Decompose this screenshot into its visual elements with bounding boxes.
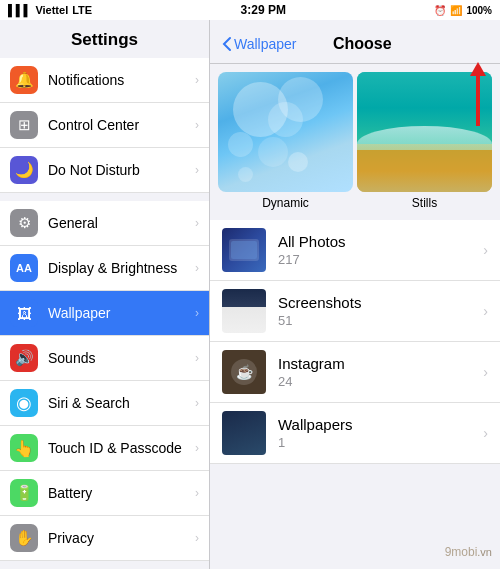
separator [0,193,209,201]
stills-label: Stills [357,196,492,212]
control-center-icon: ⊞ [10,111,38,139]
siri-icon: ◉ [10,389,38,417]
sidebar-item-siri-search[interactable]: ◉ Siri & Search › [0,381,209,426]
chevron-icon: › [195,486,199,500]
status-bar: ▌▌▌ Viettel LTE 3:29 PM ⏰ 📶 100% [0,0,500,20]
touchid-icon: 👆 [10,434,38,462]
do-not-disturb-label: Do Not Disturb [48,162,195,178]
arrow-shaft-icon [476,76,480,126]
right-panel: Wallpaper Choose Dynamic [210,20,500,569]
all-photos-count: 217 [278,252,483,267]
notifications-icon: 🔔 [10,66,38,94]
right-header: Wallpaper Choose [210,20,500,64]
watermark: 9mobi.vn [445,538,492,561]
dynamic-wallpaper-thumb[interactable] [218,72,353,192]
sidebar-item-sounds[interactable]: 🔊 Sounds › [0,336,209,381]
sidebar-item-general[interactable]: ⚙ General › [0,201,209,246]
screenshots-thumb [222,289,266,333]
general-icon: ⚙ [10,209,38,237]
sidebar-item-touchid[interactable]: 👆 Touch ID & Passcode › [0,426,209,471]
sounds-icon: 🔊 [10,344,38,372]
battery-label: 100% [466,5,492,16]
watermark-text: 9mobi [445,545,478,559]
all-photos-info: All Photos 217 [278,233,483,267]
carrier-label: Viettel [35,4,68,16]
sidebar-item-wallpaper[interactable]: 🖼 Wallpaper › [0,291,209,336]
chevron-icon: › [195,531,199,545]
left-panel: Settings 🔔 Notifications › ⊞ Control Cen… [0,20,210,569]
settings-group-2: ⚙ General › AA Display & Brightness › 🖼 … [0,201,209,561]
control-center-label: Control Center [48,117,195,133]
chevron-icon: › [483,303,488,319]
sidebar-item-privacy[interactable]: ✋ Privacy › [0,516,209,561]
separator [0,561,209,569]
dynamic-label: Dynamic [218,196,353,212]
chevron-icon: › [195,163,199,177]
network-label: LTE [72,4,92,16]
arrow-head-icon [470,62,486,76]
watermark-suffix: .vn [477,546,492,558]
chevron-icon: › [195,118,199,132]
siri-label: Siri & Search [48,395,195,411]
back-chevron-icon [222,36,232,52]
chevron-icon: › [195,441,199,455]
privacy-label: Privacy [48,530,195,546]
touchid-label: Touch ID & Passcode [48,440,195,456]
back-button[interactable]: Wallpaper [222,36,297,52]
sidebar-item-battery[interactable]: 🔋 Battery › [0,471,209,516]
chevron-icon: › [195,73,199,87]
back-label: Wallpaper [234,36,297,52]
chevron-icon: › [195,396,199,410]
display-label: Display & Brightness [48,260,195,276]
dynamic-tab-container: Dynamic [218,72,353,212]
wifi-icon: 📶 [450,5,462,16]
sidebar-item-control-center[interactable]: ⊞ Control Center › [0,103,209,148]
stills-tab-container: Stills [357,72,492,212]
chevron-icon: › [483,364,488,380]
list-item[interactable]: ☕ Instagram 24 › [210,342,500,403]
sidebar-item-display[interactable]: AA Display & Brightness › [0,246,209,291]
privacy-icon: ✋ [10,524,38,552]
alarm-icon: ⏰ [434,5,446,16]
list-item[interactable]: All Photos 217 › [210,220,500,281]
all-photos-name: All Photos [278,233,483,250]
wallpapers-count: 1 [278,435,483,450]
do-not-disturb-icon: 🌙 [10,156,38,184]
general-label: General [48,215,195,231]
wallpaper-icon: 🖼 [10,299,38,327]
list-item[interactable]: Wallpapers 1 › [210,403,500,464]
instagram-count: 24 [278,374,483,389]
sidebar-item-do-not-disturb[interactable]: 🌙 Do Not Disturb › [0,148,209,193]
wallpaper-tabs: Dynamic Stills [210,64,500,220]
all-photos-thumb [222,228,266,272]
chevron-icon: › [195,216,199,230]
photo-list: All Photos 217 › Screenshots 51 › ☕ [210,220,500,464]
settings-group-1: 🔔 Notifications › ⊞ Control Center › 🌙 D… [0,58,209,193]
settings-title: Settings [0,20,209,58]
chevron-icon: › [195,351,199,365]
list-item[interactable]: Screenshots 51 › [210,281,500,342]
screenshots-name: Screenshots [278,294,483,311]
wallpaper-label: Wallpaper [48,305,195,321]
time-label: 3:29 PM [241,3,286,17]
instagram-name: Instagram [278,355,483,372]
screenshots-count: 51 [278,313,483,328]
battery-icon: 🔋 [10,479,38,507]
signal-icon: ▌▌▌ [8,4,31,16]
red-arrow-indicator [470,62,486,126]
wallpapers-thumb [222,411,266,455]
chevron-icon: › [483,425,488,441]
chevron-icon: › [483,242,488,258]
chevron-icon: › [195,306,199,320]
battery-label: Battery [48,485,195,501]
instagram-thumb: ☕ [222,350,266,394]
sounds-label: Sounds [48,350,195,366]
sidebar-item-notifications[interactable]: 🔔 Notifications › [0,58,209,103]
screenshots-info: Screenshots 51 [278,294,483,328]
status-left: ▌▌▌ Viettel LTE [8,4,92,16]
right-title: Choose [297,35,428,53]
status-right: ⏰ 📶 100% [434,5,492,16]
main-layout: Settings 🔔 Notifications › ⊞ Control Cen… [0,0,500,569]
wallpapers-name: Wallpapers [278,416,483,433]
instagram-info: Instagram 24 [278,355,483,389]
